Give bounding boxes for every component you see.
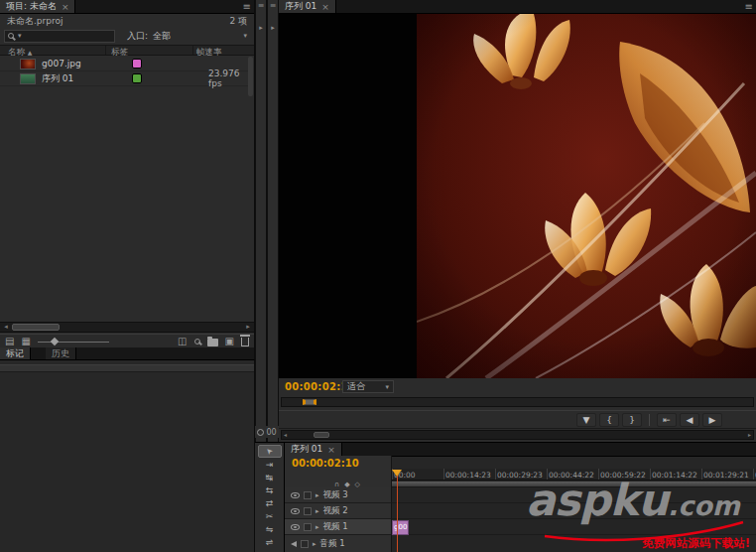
- timeline-mini-toolbar: ∩ ◆ ◇: [334, 481, 360, 488]
- razor-tool[interactable]: ✂: [258, 509, 282, 522]
- ruler-label: 00:01:14:22: [652, 471, 697, 480]
- play-button[interactable]: ▶: [702, 413, 722, 427]
- scrollbar-thumb[interactable]: [12, 324, 60, 331]
- label-swatch[interactable]: [132, 73, 142, 83]
- rate-stretch-tool[interactable]: ⇄: [258, 496, 282, 509]
- rolling-edit-tool[interactable]: ⇆: [258, 483, 282, 496]
- snap-toggle[interactable]: ∩: [334, 481, 339, 488]
- track-lock-toggle[interactable]: [304, 507, 312, 515]
- bin-item-rate: 23.976 fps: [208, 69, 248, 88]
- monitor-transport-bar: ▼ { } ⇤ ◀ ▶: [279, 410, 756, 429]
- ripple-edit-tool[interactable]: ↹: [258, 471, 282, 483]
- tab-history[interactable]: 历史: [46, 347, 76, 359]
- slide-tool[interactable]: ⇌: [258, 535, 282, 548]
- set-marker-button[interactable]: ◆: [344, 481, 349, 488]
- panel-splitter[interactable]: ≡ ▸: [255, 0, 267, 442]
- bin-vertical-scrollbar[interactable]: [248, 57, 253, 96]
- zoom-slider[interactable]: [38, 336, 109, 347]
- go-to-in-button[interactable]: ⇤: [657, 413, 677, 427]
- collapse-track-icon[interactable]: ▸: [315, 491, 319, 499]
- zoom-level-dropdown[interactable]: 适合 ▾: [342, 380, 394, 393]
- seek-thumb[interactable]: [303, 399, 316, 405]
- project-file-name: 未命名.prproj: [7, 15, 63, 28]
- track-content[interactable]: [392, 503, 756, 519]
- timeline-tabbar: 序列 01 ×: [285, 443, 756, 457]
- tab-sequence-timeline[interactable]: 序列 01 ×: [285, 443, 342, 456]
- tab-sequence-monitor-label: 序列 01: [285, 0, 316, 13]
- work-area-bar[interactable]: [392, 481, 756, 487]
- search-icon: [8, 33, 14, 39]
- playhead-line[interactable]: [397, 476, 398, 552]
- chevron-right-icon[interactable]: ▸: [256, 24, 266, 32]
- divider: [649, 414, 650, 426]
- track-lock-toggle[interactable]: [304, 491, 312, 499]
- track-select-tool[interactable]: ⇥: [258, 458, 282, 471]
- speaker-icon[interactable]: [291, 541, 297, 547]
- clear-button[interactable]: [241, 338, 249, 346]
- new-item-button[interactable]: ▣: [225, 336, 234, 347]
- search-input[interactable]: ▾: [4, 30, 115, 43]
- track-row: ▸ 音频 1: [285, 535, 756, 552]
- toggle-track-output-icon[interactable]: [291, 508, 300, 514]
- entry-filter-dropdown[interactable]: 入口: 全部 ▾: [125, 30, 249, 43]
- tab-project[interactable]: 项目: 未命名 ×: [0, 0, 75, 13]
- slip-tool[interactable]: ⇋: [258, 522, 282, 535]
- bin-item-name: 序列 01: [42, 72, 73, 85]
- icon-view-button[interactable]: ▦: [21, 336, 30, 347]
- bin-horizontal-scrollbar[interactable]: ◂ ▸: [0, 322, 254, 333]
- track-lock-toggle[interactable]: [304, 523, 312, 531]
- automate-to-sequence-button[interactable]: ◫: [178, 336, 187, 347]
- step-back-button[interactable]: ◀: [680, 413, 699, 427]
- lower-left-tabbar: 标记 历史: [0, 347, 255, 360]
- scroll-left-icon[interactable]: ◂: [1, 323, 11, 332]
- collapse-track-icon[interactable]: ▸: [315, 507, 319, 515]
- close-icon[interactable]: ×: [62, 2, 69, 12]
- track-content[interactable]: [392, 519, 756, 535]
- panel-splitter[interactable]: ≡ ▸: [267, 0, 279, 442]
- track-content[interactable]: [392, 487, 756, 503]
- mark-out-button[interactable]: }: [622, 413, 642, 427]
- lift-button[interactable]: ▼: [576, 413, 596, 427]
- scrollbar-thumb[interactable]: [314, 432, 329, 438]
- selection-tool[interactable]: ➤: [258, 445, 282, 458]
- time-ruler[interactable]: 00:00 00:00:14:23 00:00:29:23 00:00:44:2…: [392, 469, 756, 481]
- monitor-horizontal-scrollbar[interactable]: ◂ ▸: [281, 430, 754, 440]
- tab-markers[interactable]: 标记: [0, 347, 31, 359]
- timeline-timecode[interactable]: 00:00:02:10: [292, 458, 359, 469]
- markers-panel: [0, 360, 255, 552]
- timeline-clip[interactable]: g00: [392, 520, 409, 535]
- list-view-button[interactable]: ▤: [5, 336, 14, 347]
- timeline-panel: 序列 01 × 00:00:02:10 ∩ ◆ ◇ 00:00 00:00:14…: [285, 442, 756, 552]
- new-bin-button[interactable]: [207, 339, 218, 346]
- slider-thumb[interactable]: [51, 337, 59, 345]
- toggle-track-output-icon[interactable]: [291, 524, 300, 530]
- toggle-track-output-icon[interactable]: [291, 492, 300, 498]
- track-row: ▸ 视频 2: [285, 503, 756, 519]
- markers-header-strip: [0, 364, 254, 372]
- track-row: ▸ 视频 1: [285, 519, 756, 535]
- close-icon[interactable]: ×: [321, 2, 329, 12]
- scroll-left-icon[interactable]: ◂: [284, 431, 287, 439]
- scroll-right-icon[interactable]: ▸: [243, 323, 253, 332]
- ruler-label: 00:00:44:22: [549, 471, 594, 480]
- tab-sequence-timeline-label: 序列 01: [291, 443, 322, 456]
- panel-menu-icon[interactable]: ≡: [243, 0, 251, 13]
- ruler-label: 00:01:29:21: [703, 471, 749, 480]
- track-content[interactable]: [392, 535, 756, 552]
- mark-in-button[interactable]: {: [599, 413, 619, 427]
- label-swatch[interactable]: [132, 59, 142, 69]
- tab-sequence-monitor[interactable]: 序列 01 ×: [279, 0, 336, 13]
- close-icon[interactable]: ×: [327, 445, 335, 455]
- playhead-handle[interactable]: [392, 470, 402, 482]
- chevron-right-icon[interactable]: ▸: [268, 24, 278, 32]
- scroll-right-icon[interactable]: ▸: [748, 431, 751, 439]
- bin-item-row[interactable]: 序列 01 23.976 fps: [0, 71, 248, 86]
- strip-badge: 00: [255, 426, 279, 438]
- find-button[interactable]: [194, 339, 200, 345]
- set-unnumbered-marker-button[interactable]: ◇: [355, 481, 360, 488]
- collapse-track-icon[interactable]: ▸: [313, 540, 316, 548]
- track-lock-toggle[interactable]: [301, 540, 309, 548]
- panel-menu-icon[interactable]: ≡: [745, 0, 753, 13]
- collapse-track-icon[interactable]: ▸: [315, 523, 319, 531]
- monitor-seek-bar[interactable]: [281, 397, 754, 407]
